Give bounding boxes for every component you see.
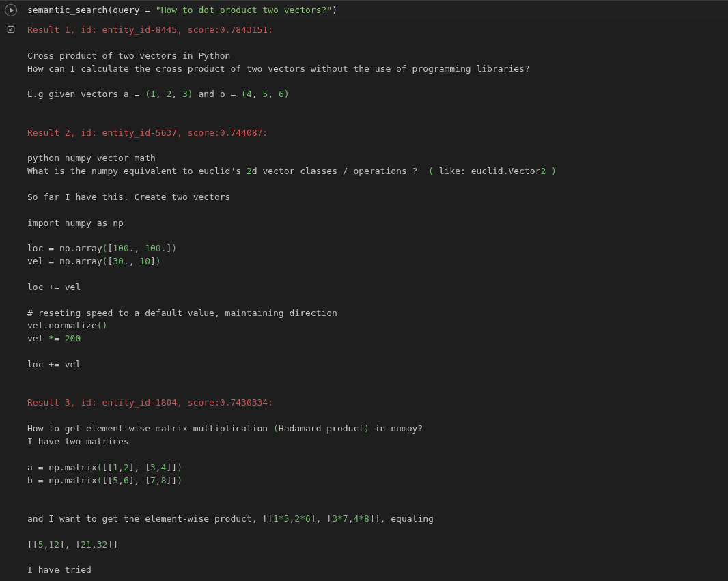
output-line: How to get element-wise matrix multiplic… — [27, 423, 723, 436]
output-line: How can I calculate the cross product of… — [27, 63, 723, 76]
output-line — [27, 500, 723, 513]
output-line: So far I have this. Create two vectors — [27, 191, 723, 204]
output-line — [27, 552, 723, 565]
output-line: python numpy vector math — [27, 152, 723, 165]
output-line — [27, 345, 723, 358]
output-line: What is the numpy equivalent to euclid's… — [27, 165, 723, 178]
output-line — [27, 114, 723, 127]
output-line — [27, 101, 723, 114]
output-line — [27, 384, 723, 397]
result-header: Result 2, id: entity_id-5637, score:0.74… — [27, 127, 723, 140]
output-line — [27, 526, 723, 539]
output-line: loc += vel — [27, 281, 723, 294]
output-line — [27, 75, 723, 88]
output-line: # reseting speed to a default value, mai… — [27, 307, 723, 320]
result-header: Result 1, id: entity_id-8445, score:0.78… — [27, 24, 723, 37]
output-line — [27, 178, 723, 191]
output-line — [27, 371, 723, 384]
output-line: vel *= 200 — [27, 332, 723, 345]
result-header: Result 3, id: entity_id-1804, score:0.74… — [27, 397, 723, 410]
output-line: Cross product of two vectors in Python — [27, 50, 723, 63]
output-line — [27, 268, 723, 281]
output-line: I have tried — [27, 564, 723, 577]
code-string: "How to dot product two vectors?" — [156, 5, 332, 15]
output-line — [27, 487, 723, 500]
output-line: E.g given vectors a = (1, 2, 3) and b = … — [27, 88, 723, 101]
output-line: vel.normalize() — [27, 320, 723, 332]
output-line — [27, 204, 723, 217]
output-collapse-icon[interactable] — [5, 24, 16, 581]
code-line[interactable]: semantic_search(query = "How to dot prod… — [22, 1, 728, 20]
output-line: I have two matrices — [27, 436, 723, 449]
output-line: b = np.matrix([[5,6], [7,8]]) — [27, 474, 723, 487]
output-line — [27, 230, 723, 243]
output-gutter — [0, 20, 22, 581]
output-line — [27, 37, 723, 50]
output-line — [27, 449, 723, 462]
output-text: Result 1, id: entity_id-8445, score:0.78… — [22, 20, 728, 581]
code-cell: semantic_search(query = "How to dot prod… — [0, 0, 728, 20]
output-line: a = np.matrix([[1,2], [3,4]]) — [27, 462, 723, 474]
cell-output: Result 1, id: entity_id-8445, score:0.78… — [0, 20, 728, 581]
output-line: loc = np.array([100., 100.]) — [27, 242, 723, 255]
output-line: loc += vel — [27, 358, 723, 371]
output-line: [[5,12], [21,32]] — [27, 539, 723, 552]
output-line — [27, 577, 723, 581]
code-arg: query — [113, 5, 139, 15]
output-line — [27, 140, 723, 153]
code-fn: semantic_search — [27, 5, 107, 15]
output-line: and I want to get the element-wise produ… — [27, 513, 723, 526]
output-line — [27, 294, 723, 307]
output-line: import numpy as np — [27, 217, 723, 230]
run-cell-button[interactable] — [0, 4, 22, 16]
play-icon — [5, 4, 17, 16]
output-line — [27, 410, 723, 423]
output-line: vel = np.array([30., 10]) — [27, 255, 723, 268]
